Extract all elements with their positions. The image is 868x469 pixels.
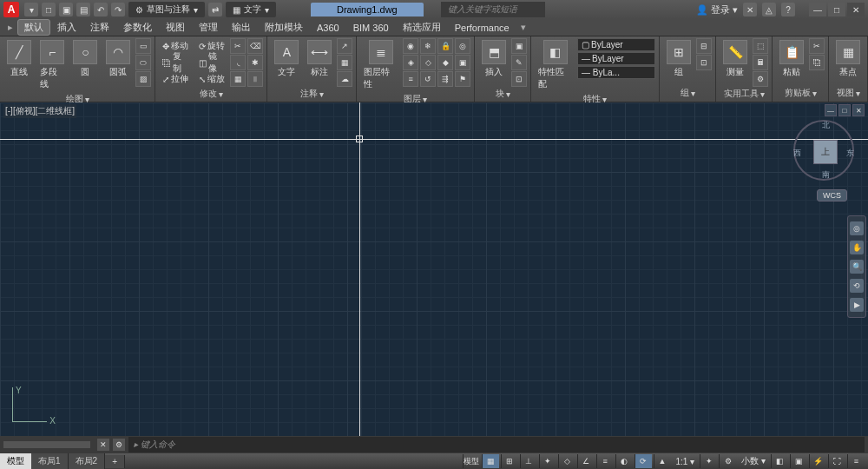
- edit-block-icon[interactable]: ✎: [511, 55, 527, 70]
- select-icon[interactable]: ⬚: [753, 38, 768, 54]
- annoscale-icon[interactable]: ▲: [654, 454, 671, 468]
- annovisibility-icon[interactable]: ✦: [700, 454, 717, 468]
- scale-button[interactable]: ⤡ 缩放: [195, 71, 228, 87]
- undo-icon[interactable]: ↶: [94, 3, 108, 17]
- base-button[interactable]: ▦基点: [832, 38, 864, 80]
- layer-more3-icon[interactable]: ◆: [437, 55, 453, 70]
- transparency-toggle-icon[interactable]: ◐: [615, 454, 633, 468]
- dimension-button[interactable]: ⟷标注: [304, 38, 335, 80]
- open-icon[interactable]: ▣: [59, 3, 73, 17]
- scale-dropdown[interactable]: 1:1 ▾: [673, 457, 699, 466]
- paste-button[interactable]: 📋粘贴: [776, 38, 807, 80]
- polar-toggle-icon[interactable]: ✦: [539, 454, 556, 468]
- tab-performance[interactable]: Performance: [448, 21, 516, 35]
- isolate-icon[interactable]: ▣: [790, 454, 807, 468]
- line-button[interactable]: ╱直线: [3, 38, 35, 80]
- ortho-toggle-icon[interactable]: ⊥: [520, 454, 537, 468]
- cleanscreen-icon[interactable]: ⛶: [828, 454, 845, 468]
- workspace-icon[interactable]: ⚙: [719, 454, 736, 468]
- app-logo[interactable]: A: [3, 2, 19, 17]
- hardware-accel-icon[interactable]: ⚡: [809, 454, 826, 468]
- fullnav-icon[interactable]: ◎: [850, 221, 864, 235]
- copy-button[interactable]: ⿻ 复制: [159, 55, 193, 70]
- workspace-dropdown[interactable]: ⚙ 草图与注释 ▾: [128, 2, 205, 17]
- ellipse-icon[interactable]: ⬭: [135, 55, 151, 70]
- linetype-dropdown[interactable]: — ByLa...: [577, 66, 655, 79]
- vp-minimize-icon[interactable]: —: [825, 104, 837, 116]
- array-icon[interactable]: ▦: [230, 71, 246, 87]
- panel-label[interactable]: 剪贴板 ▾: [776, 86, 825, 100]
- units-dropdown[interactable]: 小数 ▾: [738, 455, 769, 467]
- layer-freeze-icon[interactable]: ❄: [420, 38, 436, 54]
- matchprop-button[interactable]: ◧特性匹配: [535, 38, 575, 92]
- redo-icon[interactable]: ↷: [111, 3, 125, 17]
- insert-button[interactable]: ⬒插入: [478, 38, 510, 80]
- tab-a360[interactable]: A360: [310, 21, 346, 35]
- cmd-options-icon[interactable]: ⚙: [113, 439, 125, 451]
- cmd-handle[interactable]: [3, 441, 90, 448]
- stretch-button[interactable]: ⤢ 拉伸: [159, 71, 193, 87]
- viewcube[interactable]: 北 南 东 西 上: [793, 120, 854, 181]
- measure-button[interactable]: 📏测量: [720, 38, 751, 80]
- layer-walk-icon[interactable]: ⇶: [437, 71, 453, 87]
- lineweight-dropdown[interactable]: — ByLayer: [577, 52, 655, 65]
- erase-icon[interactable]: ⌫: [247, 38, 263, 54]
- layer-prev-icon[interactable]: ↺: [420, 71, 436, 87]
- otrack-toggle-icon[interactable]: ∠: [577, 454, 595, 468]
- command-input[interactable]: ▸ 键入命令: [128, 437, 865, 452]
- search-input[interactable]: 键入关键字或短语: [441, 2, 545, 17]
- create-block-icon[interactable]: ▣: [511, 38, 527, 54]
- arc-button[interactable]: ◠圆弧: [102, 38, 134, 80]
- panel-label[interactable]: 实用工具 ▾: [720, 87, 768, 101]
- layout1-tab[interactable]: 布局1: [31, 453, 69, 469]
- layerprop-button[interactable]: ≣图层特性: [360, 38, 401, 92]
- group-button[interactable]: ⊞组: [663, 38, 694, 80]
- document-tab[interactable]: Drawing1.dwg: [311, 3, 424, 17]
- tab-featured[interactable]: 精选应用: [396, 19, 448, 36]
- leader-icon[interactable]: ↗: [337, 38, 352, 54]
- panel-label[interactable]: 块 ▾: [478, 87, 527, 101]
- save-icon[interactable]: ▤: [76, 3, 90, 17]
- calc-icon[interactable]: 🖩: [753, 55, 768, 70]
- textstyle-dropdown[interactable]: ▦ 文字 ▾: [226, 2, 276, 17]
- drawing-viewport[interactable]: [-][俯视][二维线框] — □ ✕ YX 北 南 东 西 上 WCS ◎ ✋…: [0, 102, 868, 436]
- model-button[interactable]: 模型: [463, 454, 480, 468]
- layer-more2-icon[interactable]: ◇: [420, 55, 436, 70]
- customize-icon[interactable]: ≡: [847, 454, 865, 468]
- tab-default[interactable]: 默认: [17, 19, 50, 36]
- offset-icon[interactable]: ⫴: [247, 71, 263, 87]
- polyline-button[interactable]: ⌐多段线: [36, 38, 68, 92]
- tab-output[interactable]: 输出: [225, 19, 258, 36]
- cloud-icon[interactable]: ☁: [337, 71, 352, 87]
- tab-bim360[interactable]: BIM 360: [346, 21, 396, 35]
- ungroup-icon[interactable]: ⊟: [696, 38, 712, 54]
- trim-icon[interactable]: ✂: [230, 38, 246, 54]
- copy-clip-icon[interactable]: ⿻: [809, 55, 825, 70]
- orbit-icon[interactable]: ⟲: [850, 279, 864, 293]
- model-tab[interactable]: 模型: [0, 453, 31, 469]
- qat-menu-icon[interactable]: ▾: [24, 3, 38, 17]
- rect-icon[interactable]: ▭: [135, 38, 151, 54]
- layer-iso-icon[interactable]: ◎: [455, 38, 470, 54]
- help-icon[interactable]: ?: [781, 3, 795, 17]
- vp-close-icon[interactable]: ✕: [852, 104, 865, 116]
- wcs-badge[interactable]: WCS: [817, 189, 847, 201]
- layer-state-icon[interactable]: ⚑: [455, 71, 470, 87]
- panel-label[interactable]: 组 ▾: [663, 86, 712, 100]
- viewport-label[interactable]: [-][俯视][二维线框]: [3, 104, 76, 118]
- quickprops-icon[interactable]: ◧: [771, 454, 788, 468]
- panel-label[interactable]: 修改 ▾: [159, 87, 263, 101]
- vp-maximize-icon[interactable]: □: [838, 104, 851, 116]
- layer-lock-icon[interactable]: 🔒: [437, 38, 453, 54]
- tab-annotate[interactable]: 注释: [83, 19, 116, 36]
- tab-insert[interactable]: 插入: [50, 19, 83, 36]
- explode-icon[interactable]: ✱: [247, 55, 263, 70]
- lineweight-toggle-icon[interactable]: ≡: [596, 454, 614, 468]
- pan-icon[interactable]: ✋: [850, 241, 864, 254]
- table-icon[interactable]: ▦: [337, 55, 352, 70]
- cloud-icon[interactable]: ◬: [762, 3, 776, 17]
- zoom-icon[interactable]: 🔍: [850, 260, 864, 274]
- tab-view[interactable]: 视图: [159, 19, 192, 36]
- cmd-close-icon[interactable]: ✕: [97, 439, 109, 451]
- cycling-icon[interactable]: ⟳: [635, 454, 652, 468]
